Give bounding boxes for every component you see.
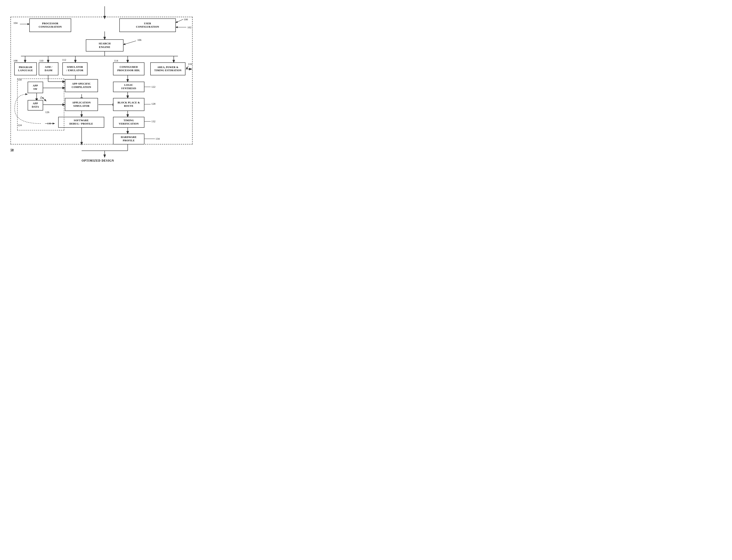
application-simulator-box: APPLICATION SIMULATOR: [65, 98, 98, 111]
label-118: 118: [18, 78, 22, 81]
label-116: 116: [188, 62, 192, 66]
block-place-route-box: BLOCK PLACE & ROUTE: [113, 98, 144, 111]
software-debug-profile-box: SOFTWARE DEBUG / PROFILE: [58, 117, 104, 128]
label-126: 126: [45, 111, 49, 114]
optimized-design-label: OPTIMIZED DESIGN: [82, 159, 114, 162]
simulator-emulator-box: SIMULATOR / EMULATOR: [62, 62, 87, 75]
figure-label: 50: [10, 148, 14, 152]
processor-config-box: PROCESSOR CONFIGURATION: [29, 18, 71, 32]
label-102: 102: [187, 26, 192, 29]
app-region-dashed: [17, 79, 64, 130]
label-106: 106: [137, 38, 142, 42]
label-120: 120: [40, 96, 44, 100]
user-config-box: USER CONFIGURATION: [119, 18, 176, 32]
timing-verification-box: TIMING VERIFICATION: [113, 117, 144, 128]
label-100: 100: [184, 18, 188, 21]
hardware-profile-box: HARDWARE PROFILE: [113, 134, 144, 144]
label-104: 104: [13, 21, 18, 25]
label-128: 128: [151, 102, 156, 106]
label-110: 110: [39, 59, 43, 62]
label-112: 112: [62, 58, 66, 62]
asm-dasm-box: ASM / DASM: [39, 62, 58, 75]
label-122: 122: [151, 85, 156, 89]
label-114: 114: [114, 59, 118, 62]
search-engine-box: SEARCH ENGINE: [86, 39, 124, 51]
label-108: 108: [13, 59, 18, 62]
label-124: 124: [18, 124, 22, 127]
area-power-timing-box: AREA, POWER & TIMING ESTIMATION: [150, 62, 185, 75]
label-134: 134: [156, 137, 160, 140]
label-130: 130: [47, 122, 51, 125]
app-specific-compilation-box: APP-SPECIFIC COMPILATION: [65, 79, 98, 92]
diagram: PROCESSOR CONFIGURATION USER CONFIGURATI…: [4, 4, 205, 159]
program-language-box: PROGRAM LANGUAGE: [14, 62, 37, 75]
logic-synthesis-box: LOGIC SYNTHESIS: [113, 82, 144, 92]
label-132: 132: [151, 120, 156, 123]
configured-processor-hdl-box: CONFIGURED PROCESSOR HDL: [113, 62, 144, 75]
